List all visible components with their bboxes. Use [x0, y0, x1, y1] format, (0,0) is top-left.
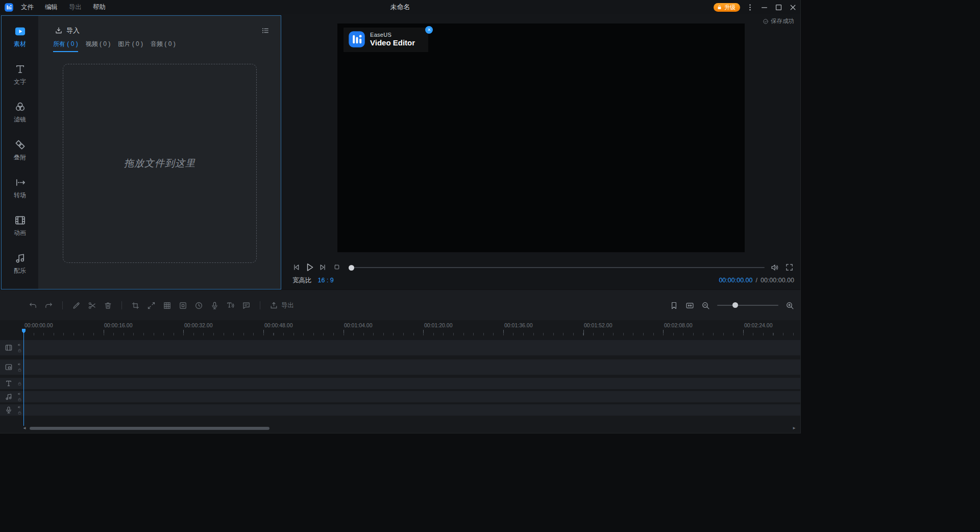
track-video[interactable]	[0, 340, 800, 355]
marker-button[interactable]	[670, 301, 678, 310]
track-controls	[17, 405, 22, 415]
seek-handle[interactable]	[349, 265, 354, 271]
menu-edit[interactable]: 编辑	[45, 3, 58, 12]
redo-button[interactable]	[44, 301, 53, 310]
toolbar-left-group: 导出	[29, 290, 294, 321]
fit-timeline-button[interactable]	[685, 301, 694, 310]
media-dropzone[interactable]: 拖放文件到这里	[63, 64, 257, 263]
track-pip[interactable]	[0, 359, 800, 375]
play-button[interactable]	[304, 262, 315, 273]
titlebar: 文件 编辑 导出 帮助 未命名 升级	[0, 0, 800, 14]
close-button[interactable]	[789, 3, 797, 12]
aspect-ratio-label: 宽高比	[292, 276, 312, 285]
aspect-ratio-value[interactable]: 16 : 9	[318, 277, 334, 284]
sidebar-item-music[interactable]: 配乐	[2, 252, 38, 275]
sidebar-item-media[interactable]: 素材	[2, 26, 38, 49]
track-controls	[17, 392, 22, 402]
list-view-icon[interactable]	[261, 27, 270, 35]
sidebar-item-transition[interactable]: 转场	[2, 177, 38, 200]
media-library-panel: 素材 文字 滤镜 叠附 转场	[1, 15, 281, 289]
zoom-out-button[interactable]	[701, 301, 710, 310]
sidebar-item-overlay[interactable]: 叠附	[2, 139, 38, 162]
menu-help[interactable]: 帮助	[93, 3, 106, 12]
tab-all[interactable]: 所有 ( 0 )	[53, 40, 78, 52]
menu-export[interactable]: 导出	[69, 3, 82, 12]
track-voiceover[interactable]	[0, 404, 800, 416]
upgrade-button[interactable]: 升级	[714, 3, 740, 12]
overlay-icon	[14, 139, 26, 151]
zoom-in-button[interactable]	[786, 301, 794, 310]
timeline-zoom-slider[interactable]	[717, 302, 778, 308]
mosaic-button[interactable]	[163, 301, 172, 310]
lock-track-icon[interactable]	[17, 397, 22, 402]
split-button[interactable]	[88, 301, 96, 310]
filter-icon	[14, 101, 26, 113]
previous-frame-button[interactable]	[292, 263, 301, 272]
tab-image[interactable]: 图片 ( 0 )	[118, 40, 143, 52]
speaker-icon[interactable]	[17, 405, 22, 409]
lock-track-icon[interactable]	[17, 368, 22, 372]
speech-to-text-button[interactable]	[242, 301, 251, 310]
speaker-icon[interactable]	[17, 343, 22, 347]
speaker-icon[interactable]	[17, 362, 22, 367]
sidebar-item-animation[interactable]: 动画	[2, 214, 38, 237]
next-frame-button[interactable]	[318, 263, 327, 272]
tab-video[interactable]: 视频 ( 0 )	[86, 40, 111, 52]
total-duration: 00:00:00.00	[761, 277, 794, 284]
track-text[interactable]	[0, 378, 800, 389]
export-button[interactable]: 导出	[270, 301, 294, 310]
speaker-icon[interactable]	[17, 392, 22, 396]
scroll-left-arrow[interactable]: ◄	[22, 426, 27, 431]
music-track-icon	[5, 393, 13, 401]
animation-icon	[14, 214, 26, 226]
delete-button[interactable]	[104, 301, 112, 310]
scroll-right-arrow[interactable]: ►	[792, 426, 796, 431]
duration-button[interactable]	[194, 301, 203, 310]
playhead[interactable]	[23, 329, 24, 426]
track-controls	[17, 362, 22, 372]
freeze-frame-button[interactable]	[179, 301, 187, 310]
import-icon	[55, 27, 63, 35]
lock-track-icon[interactable]	[17, 410, 22, 415]
transition-icon	[14, 177, 26, 188]
track-music[interactable]	[0, 391, 800, 402]
timecode: 00:00:00.00 / 00:00:00.00	[719, 277, 794, 284]
voiceover-track-icon	[5, 406, 13, 414]
timeline-ruler[interactable]: 00:00:00.00 00:00:16.00 00:00:32.00 00:0…	[0, 320, 800, 337]
sidebar-item-filter[interactable]: 滤镜	[2, 101, 38, 124]
track-controls	[17, 343, 22, 353]
lock-track-icon[interactable]	[17, 381, 22, 386]
zoom-button[interactable]	[147, 301, 156, 310]
menu-file[interactable]: 文件	[21, 3, 34, 12]
zoom-slider-track[interactable]	[717, 305, 778, 306]
sidebar-item-text[interactable]: 文字	[2, 63, 38, 86]
watermark-close-button[interactable]: ✕	[425, 26, 433, 34]
media-panel: 导入 所有 ( 0 ) 视频 ( 0 ) 图片 ( 0 ) 音频 ( 0 ) 拖…	[38, 16, 281, 289]
fullscreen-button[interactable]	[785, 263, 794, 272]
desktop: 文件 编辑 导出 帮助 未命名 升级 素材	[0, 0, 980, 532]
import-button[interactable]: 导入	[55, 26, 80, 35]
timeline-scrollbar[interactable]: ◄ ►	[23, 426, 795, 431]
seek-bar[interactable]	[349, 267, 765, 268]
video-viewport: EaseUS Video Editor ✕	[337, 23, 745, 252]
sidebar: 素材 文字 滤镜 叠附 转场	[2, 16, 38, 289]
voiceover-button[interactable]	[210, 301, 219, 310]
zoom-slider-handle[interactable]	[732, 302, 738, 308]
maximize-button[interactable]	[774, 3, 783, 12]
minimize-button[interactable]	[760, 3, 769, 12]
edit-button[interactable]	[72, 301, 81, 310]
crop-button[interactable]	[131, 301, 140, 310]
media-icon	[14, 26, 26, 37]
undo-button[interactable]	[29, 301, 37, 310]
app-logo-icon	[4, 3, 14, 12]
tab-audio[interactable]: 音频 ( 0 )	[151, 40, 176, 52]
lock-track-icon[interactable]	[17, 348, 22, 353]
text-to-speech-button[interactable]	[226, 301, 235, 310]
playback-controls	[281, 262, 800, 273]
toolbar-right-group	[670, 290, 794, 321]
more-menu-button[interactable]	[746, 3, 754, 12]
scrollbar-thumb[interactable]	[30, 427, 270, 430]
watermark-text: EaseUS Video Editor	[370, 32, 415, 47]
volume-button[interactable]	[770, 263, 779, 272]
stop-button[interactable]	[333, 263, 340, 271]
